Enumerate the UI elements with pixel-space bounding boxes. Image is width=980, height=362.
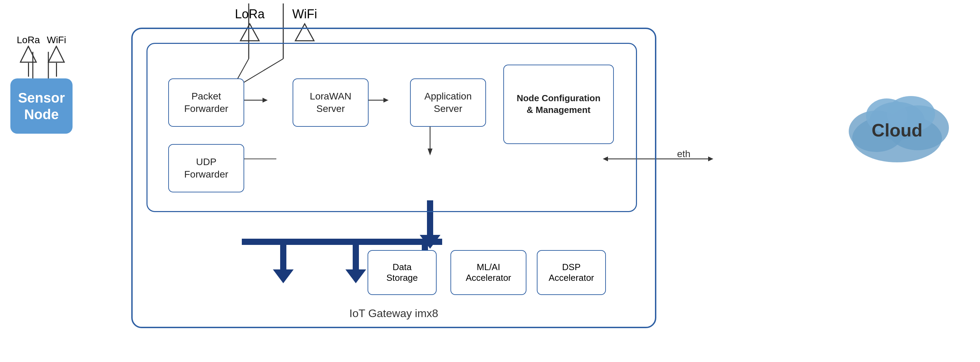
cloud-section: Cloud — [842, 90, 952, 166]
udp-forwarder-box: UDPForwarder — [168, 144, 244, 192]
svg-text:Cloud: Cloud — [872, 120, 922, 140]
svg-marker-32 — [48, 46, 64, 62]
inner-upper-box: PacketForwarder LoraWANServer Applicatio… — [146, 43, 637, 212]
sensor-lora-antenna: LoRa — [17, 35, 40, 77]
gw-lora-label: LoRa — [235, 7, 265, 21]
lorawan-server-label: LoraWANServer — [310, 90, 351, 115]
packet-forwarder-label: PacketForwarder — [184, 90, 228, 115]
lorawan-server-box: LoraWANServer — [293, 78, 369, 127]
gw-wifi-label: WiFi — [292, 7, 317, 21]
ml-ai-box: ML/AIAccelerator — [450, 250, 527, 295]
cloud-svg: Cloud — [842, 90, 952, 166]
diagram-container: LoRa WiFi SensorNode LoRa — [0, 0, 980, 362]
gateway-outer-box: PacketForwarder LoraWANServer Applicatio… — [131, 28, 656, 328]
sensor-node-box: SensorNode — [10, 78, 73, 134]
eth-label: eth — [677, 149, 690, 160]
sensor-section: LoRa WiFi SensorNode — [10, 35, 73, 134]
application-server-label: Application Server — [411, 90, 485, 115]
dsp-box: DSPAccelerator — [537, 250, 606, 295]
gateway-label: IoT Gateway imx8 — [349, 307, 438, 320]
data-storage-box: DataStorage — [368, 250, 437, 295]
sensor-lora-label: LoRa — [17, 35, 40, 46]
packet-forwarder-box: PacketForwarder — [168, 78, 244, 127]
data-storage-label: DataStorage — [386, 262, 418, 283]
sensor-wifi-antenna: WiFi — [47, 35, 66, 77]
sensor-antenna-row: LoRa WiFi — [17, 35, 66, 77]
svg-marker-25 — [708, 157, 713, 161]
sensor-wifi-label: WiFi — [47, 35, 66, 46]
udp-forwarder-label: UDPForwarder — [184, 156, 228, 181]
sensor-node-label: SensorNode — [18, 89, 65, 122]
application-server-box: Application Server — [410, 78, 486, 127]
svg-marker-31 — [21, 46, 36, 62]
dsp-label: DSPAccelerator — [549, 262, 594, 283]
ml-ai-label: ML/AIAccelerator — [466, 262, 511, 283]
node-config-label: Node Configuration& Management — [517, 92, 601, 116]
node-config-box: Node Configuration& Management — [503, 65, 614, 144]
